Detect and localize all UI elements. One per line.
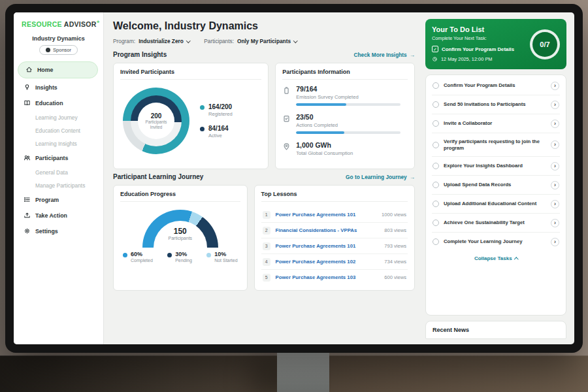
card-title: Invited Participants	[120, 69, 261, 80]
lesson-link[interactable]: Power Purchase Agreements 103	[276, 274, 380, 280]
task-row-explore-insights[interactable]: Explore Your Insights Dashboard ›	[432, 157, 560, 176]
lesson-link[interactable]: Power Purchase Agreements 101	[276, 212, 376, 218]
sidebar-item-learning-journey[interactable]: Learning Journey	[14, 111, 103, 124]
task-row-send-invitations[interactable]: Send 50 Invitations to Participants ›	[432, 95, 560, 114]
filters-row: Program: Industrialize Zero Participants…	[113, 38, 415, 44]
sidebar-item-label: Insights	[35, 84, 57, 91]
progress-fill	[296, 131, 344, 134]
sidebar-item-label: Program	[35, 197, 59, 203]
checkbox-icon[interactable]	[433, 163, 439, 169]
todo-progress-ring: 0/7	[530, 29, 560, 59]
lesson-views: 803 views	[384, 227, 406, 233]
chevron-right-icon[interactable]: ›	[551, 82, 559, 90]
sidebar-item-participants[interactable]: Participants	[14, 150, 103, 166]
task-row-achieve-target[interactable]: Achieve One Sustainability Target ›	[432, 214, 560, 233]
legend-value: 10%	[214, 251, 237, 257]
program-filter[interactable]: Program: Industrialize Zero	[113, 38, 189, 44]
checkbox-icon[interactable]	[433, 101, 439, 108]
link-label: Check More Insights	[354, 52, 407, 58]
sidebar-item-education-content[interactable]: Education Content	[14, 124, 103, 137]
book-icon	[23, 99, 31, 107]
task-label: Verify participants requesting to join t…	[444, 139, 546, 152]
sidebar-nav: Home Insights Education Learning Journey	[14, 61, 103, 239]
learning-journey-cards: Education Progress 150 Participants	[113, 185, 415, 291]
sidebar-item-education[interactable]: Education	[14, 95, 103, 111]
invited-legend: 164/200 Registered 84/164 Active	[200, 103, 233, 139]
checkbox-icon[interactable]	[433, 82, 439, 89]
participants-filter[interactable]: Participants: Only My Participants	[204, 38, 297, 44]
task-row-verify-participants[interactable]: Verify participants requesting to join t…	[432, 133, 560, 157]
org-name: Industry Dynamics	[14, 35, 103, 42]
card-title: Education Progress	[120, 191, 240, 202]
top-lessons-card: Top Lessons 1 Power Purchase Agreements …	[254, 185, 415, 291]
sidebar-item-label: General Data	[35, 169, 68, 176]
legend-item: 30% Pending	[167, 251, 192, 263]
chevron-right-icon[interactable]: ›	[551, 120, 559, 128]
lesson-link[interactable]: Power Purchase Agreements 101	[276, 243, 380, 249]
sidebar-item-label: Settings	[35, 228, 58, 235]
legend-value: 30%	[175, 251, 192, 257]
checkbox-icon[interactable]	[433, 220, 439, 226]
chevron-right-icon[interactable]: ›	[551, 200, 559, 208]
task-label: Upload Additional Educational Content	[444, 201, 546, 207]
learning-journey-header: Participant Learning Journey Go to Learn…	[113, 173, 415, 180]
sidebar-item-manage-participants[interactable]: Manage Participants	[14, 179, 103, 192]
task-row-confirm-program[interactable]: Confirm Your Program Details ›	[432, 76, 560, 95]
chevron-right-icon[interactable]: ›	[551, 181, 559, 189]
lesson-rank: 5	[263, 274, 270, 282]
task-row-upload-educational-content[interactable]: Upload Additional Educational Content ›	[432, 195, 560, 214]
legend-label: Pending	[175, 258, 192, 263]
chevron-right-icon[interactable]: ›	[551, 101, 559, 109]
task-row-upload-spend-data[interactable]: Upload Spend Data Records ›	[432, 176, 560, 195]
checkbox-icon[interactable]	[433, 238, 439, 245]
task-row-invite-collaborator[interactable]: Invite a Collaborator ›	[432, 114, 560, 133]
chevron-right-icon[interactable]: ›	[551, 162, 559, 171]
arrow-right-icon: →	[410, 52, 415, 58]
sidebar-item-insights[interactable]: Insights	[14, 80, 103, 95]
collapse-tasks-link[interactable]: Collapse Tasks	[432, 251, 560, 265]
checkbox-icon[interactable]	[433, 201, 439, 207]
chevron-right-icon[interactable]: ›	[551, 219, 559, 227]
sidebar-item-home[interactable]: Home	[18, 61, 98, 78]
task-label: Explore Your Insights Dashboard	[444, 163, 546, 169]
checkbox-icon[interactable]	[433, 182, 439, 188]
sidebar-item-general-data[interactable]: General Data	[14, 166, 103, 179]
recent-news-header[interactable]: Recent News	[425, 321, 566, 339]
donut-value: 200	[151, 112, 162, 120]
sidebar-item-settings[interactable]: Settings	[14, 223, 103, 239]
program-filter-value: Industrialize Zero	[139, 38, 184, 44]
progress-track	[296, 103, 400, 106]
photo-background: RESOURCE ADVISOR+ Industry Dynamics Spon…	[0, 0, 588, 392]
legend-dot-completed	[123, 253, 127, 257]
chevron-right-icon[interactable]: ›	[551, 238, 559, 246]
chevron-right-icon[interactable]: ›	[551, 140, 559, 149]
checkbox-icon[interactable]	[433, 120, 439, 127]
brand-logo: RESOURCE ADVISOR+	[14, 19, 103, 28]
sidebar-item-program[interactable]: Program	[14, 192, 103, 208]
lesson-rank: 3	[263, 242, 270, 250]
section-title: Program Insights	[113, 51, 167, 58]
page-title: Welcome, Industry Dynamics	[113, 20, 415, 32]
sponsor-badge[interactable]: Sponsor	[39, 45, 78, 55]
stat-actions-completed: 23/50 Actions Completed	[282, 113, 408, 134]
sidebar-item-take-action[interactable]: Take Action	[14, 208, 103, 223]
todo-summary-card: Your To Do List Complete Your Next Task:…	[425, 19, 566, 69]
task-row-complete-learning-journey[interactable]: Complete Your Learning Journey ›	[432, 233, 560, 251]
sidebar-item-label: Participants	[35, 155, 68, 161]
monitor-frame: RESOURCE ADVISOR+ Industry Dynamics Spon…	[5, 4, 583, 353]
stat-value: 1,000 GWh	[296, 141, 408, 149]
sidebar-item-learning-insights[interactable]: Learning Insights	[14, 137, 103, 150]
lesson-link[interactable]: Financial Considerations - VPPAs	[276, 227, 380, 233]
lesson-views: 734 views	[384, 259, 406, 265]
lesson-link[interactable]: Power Purchase Agreements 102	[276, 259, 380, 265]
legend-dot-active	[200, 127, 204, 131]
sponsor-icon	[46, 48, 50, 52]
check-more-insights-link[interactable]: Check More Insights →	[354, 52, 415, 58]
stat-label: Actions Completed	[296, 122, 408, 128]
sponsor-label: Sponsor	[53, 47, 71, 53]
legend-label: Completed	[131, 258, 153, 263]
checkbox-icon[interactable]	[433, 142, 439, 148]
go-to-learning-journey-link[interactable]: Go to Learning Journey →	[346, 174, 415, 180]
chevron-up-icon	[514, 257, 518, 261]
recent-news-title: Recent News	[433, 327, 469, 333]
